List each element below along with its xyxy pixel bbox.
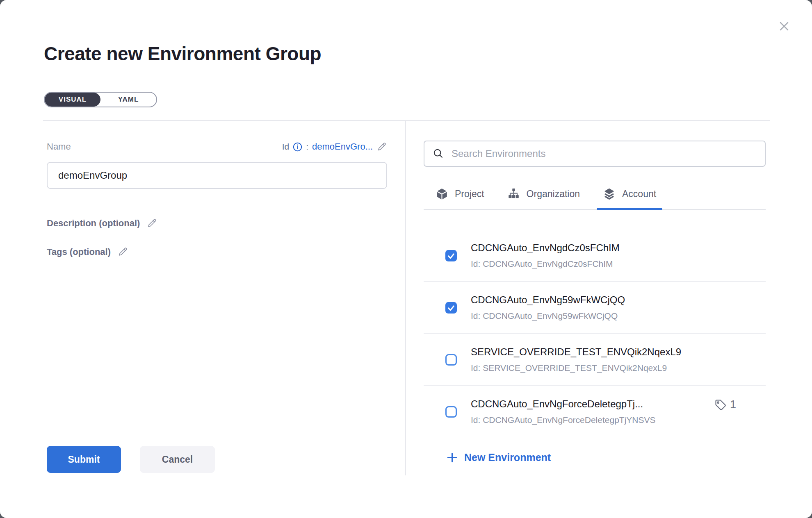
create-environment-group-modal: Create new Environment Group VISUAL YAML… (0, 0, 812, 518)
env-text: CDCNGAuto_EnvNgForceDeletegpTj... Id: CD… (471, 398, 656, 425)
tag-icon (714, 399, 727, 411)
env-text: CDCNGAuto_EnvNg59wFkWCjQQ Id: CDCNGAuto_… (471, 294, 625, 321)
env-checkbox[interactable] (445, 302, 457, 314)
scope-tabs: Project Organization Account (424, 179, 766, 210)
env-name: CDCNGAuto_EnvNgForceDeletegpTj... (471, 398, 656, 410)
edit-id-icon[interactable] (376, 141, 387, 152)
search-icon (433, 148, 444, 159)
layers-icon (603, 188, 616, 200)
tab-account-label: Account (622, 189, 656, 200)
tags-label: Tags (optional) (47, 247, 111, 257)
close-button[interactable] (775, 17, 793, 35)
cube-icon (436, 188, 448, 200)
env-name: CDCNGAuto_EnvNgdCz0sFChIM (471, 242, 620, 254)
environment-row[interactable]: CDCNGAuto_EnvNg59wFkWCjQQ Id: CDCNGAuto_… (424, 282, 766, 334)
page-title: Create new Environment Group (44, 43, 321, 65)
id-value-link[interactable]: demoEnvGro... (312, 141, 373, 152)
environment-row[interactable]: CDCNGAuto_EnvNgdCz0sFChIM Id: CDCNGAuto_… (424, 210, 766, 282)
name-label: Name (47, 141, 71, 152)
name-input[interactable] (47, 162, 387, 189)
environment-row[interactable]: SERVICE_OVERRIDE_TEST_ENVQik2NqexL9 Id: … (424, 334, 766, 386)
info-icon[interactable] (293, 142, 302, 152)
id-separator: : (306, 142, 308, 152)
env-id: Id: CDCNGAuto_EnvNgForceDeletegpTjYNSVS (471, 415, 656, 425)
cancel-button[interactable]: Cancel (140, 446, 215, 473)
tab-project[interactable]: Project (429, 179, 490, 209)
env-tag-badge: 1 (714, 398, 736, 411)
environment-row[interactable]: CDCNGAuto_EnvNgForceDeletegpTj... Id: CD… (424, 386, 766, 429)
edit-tags-icon[interactable] (117, 246, 128, 257)
header-divider (43, 120, 770, 121)
tab-account[interactable]: Account (597, 179, 662, 209)
submit-button[interactable]: Submit (47, 446, 121, 473)
description-row: Description (optional) (47, 218, 157, 229)
form-actions: Submit Cancel (47, 446, 215, 473)
tab-organization-label: Organization (527, 189, 580, 200)
tag-count: 1 (730, 398, 736, 411)
env-id: Id: SERVICE_OVERRIDE_TEST_ENVQik2NqexL9 (471, 363, 681, 373)
env-checkbox[interactable] (445, 250, 457, 261)
new-environment-button[interactable]: New Environment (446, 452, 551, 463)
visual-yaml-toggle: VISUAL YAML (44, 92, 157, 107)
new-environment-label: New Environment (464, 452, 551, 463)
env-name: SERVICE_OVERRIDE_TEST_ENVQik2NqexL9 (471, 346, 681, 358)
plus-icon (446, 452, 458, 463)
search-environments-box (424, 141, 766, 167)
env-id: Id: CDCNGAuto_EnvNgdCz0sFChIM (471, 259, 620, 269)
env-text: CDCNGAuto_EnvNgdCz0sFChIM Id: CDCNGAuto_… (471, 242, 620, 269)
env-checkbox[interactable] (445, 354, 457, 366)
description-label: Description (optional) (47, 218, 140, 229)
id-group: Id : demoEnvGro... (282, 141, 387, 152)
env-text: SERVICE_OVERRIDE_TEST_ENVQik2NqexL9 Id: … (471, 346, 681, 373)
env-id: Id: CDCNGAuto_EnvNg59wFkWCjQQ (471, 311, 625, 321)
mode-visual[interactable]: VISUAL (45, 93, 100, 107)
mode-yaml[interactable]: YAML (100, 93, 156, 107)
org-chart-icon (507, 188, 520, 200)
id-label: Id (282, 142, 290, 152)
env-name: CDCNGAuto_EnvNg59wFkWCjQQ (471, 294, 625, 306)
name-id-row: Name Id : demoEnvGro... (47, 140, 387, 154)
tab-project-label: Project (455, 189, 484, 200)
tags-row: Tags (optional) (47, 246, 128, 257)
panel-divider (405, 121, 406, 475)
env-checkbox[interactable] (445, 406, 457, 418)
close-icon (777, 19, 791, 33)
search-input[interactable] (451, 148, 757, 160)
environment-list: CDCNGAuto_EnvNgdCz0sFChIM Id: CDCNGAuto_… (424, 210, 766, 429)
tab-organization[interactable]: Organization (501, 179, 586, 209)
edit-description-icon[interactable] (146, 218, 157, 229)
